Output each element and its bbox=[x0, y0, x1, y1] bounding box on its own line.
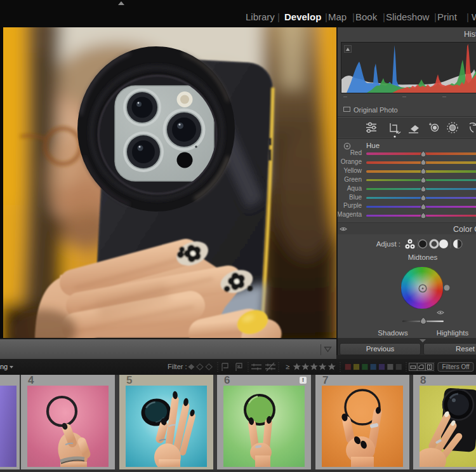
svg-text:≥: ≥ bbox=[286, 363, 289, 370]
svg-text:Midtones: Midtones bbox=[408, 253, 438, 261]
svg-text:Color Grading: Color Grading bbox=[453, 225, 476, 234]
svg-text:Shadows: Shadows bbox=[378, 329, 408, 337]
svg-text:Adjust :: Adjust : bbox=[376, 240, 400, 248]
svg-text:Highlights: Highlights bbox=[437, 329, 469, 337]
svg-text:Filters Off: Filters Off bbox=[442, 363, 469, 370]
